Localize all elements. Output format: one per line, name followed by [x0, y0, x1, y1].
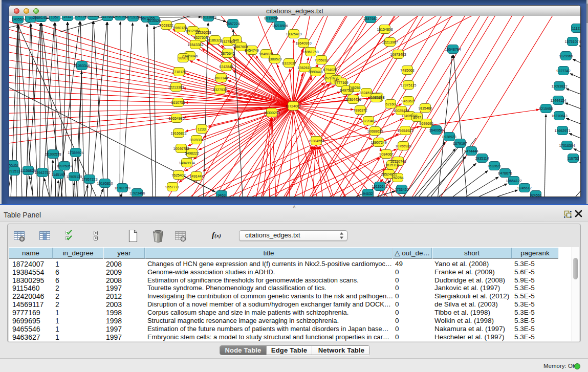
svg-text:9327532: 9327532	[213, 88, 227, 92]
svg-text:7632621: 7632621	[487, 164, 501, 168]
svg-text:1057: 1057	[51, 16, 59, 19]
svg-text:12975115: 12975115	[401, 83, 417, 87]
svg-text:9129966: 9129966	[559, 54, 573, 58]
svg-text:16782759: 16782759	[114, 186, 130, 190]
svg-text:9474444: 9474444	[464, 149, 478, 153]
svg-text:8322037: 8322037	[282, 61, 296, 65]
svg-text:252254: 252254	[391, 176, 403, 180]
svg-text:8454749: 8454749	[245, 49, 258, 52]
svg-text:8813054: 8813054	[264, 16, 278, 20]
svg-text:9245612: 9245612	[517, 186, 531, 190]
svg-text:9227342: 9227342	[556, 69, 570, 73]
svg-text:8478676: 8478676	[498, 171, 512, 175]
svg-text:9084067: 9084067	[379, 152, 393, 156]
svg-text:12444154: 12444154	[550, 99, 566, 102]
svg-text:1615112: 1615112	[385, 163, 399, 167]
svg-text:7663822: 7663822	[159, 24, 173, 27]
svg-text:10807487: 10807487	[368, 96, 384, 100]
svg-text:9463: 9463	[217, 193, 226, 197]
svg-text:9242845: 9242845	[219, 65, 233, 69]
svg-text:15300293: 15300293	[264, 111, 279, 115]
svg-text:1145193: 1145193	[52, 173, 66, 177]
svg-text:16648784: 16648784	[445, 48, 461, 51]
svg-text:13226058: 13226058	[195, 31, 211, 34]
svg-text:1491447: 1491447	[189, 174, 203, 178]
svg-text:7485063: 7485063	[400, 69, 414, 72]
svg-text:8047: 8047	[413, 116, 421, 119]
svg-text:19166822: 19166822	[170, 132, 186, 135]
svg-text:7625402: 7625402	[171, 173, 185, 177]
svg-text:19218906: 19218906	[272, 24, 288, 28]
svg-text:1362615: 1362615	[297, 66, 311, 70]
svg-text:94632: 94632	[363, 192, 373, 195]
svg-text:1733426: 1733426	[395, 188, 408, 191]
svg-text:19654923: 19654923	[397, 129, 413, 133]
svg-text:12213967: 12213967	[382, 40, 398, 44]
svg-text:9327508: 9327508	[193, 36, 207, 39]
svg-text:20691406: 20691406	[33, 16, 49, 19]
svg-text:11156829: 11156829	[20, 169, 36, 172]
svg-text:21053346: 21053346	[74, 64, 90, 68]
svg-text:116753: 116753	[568, 157, 579, 160]
svg-text:10653267: 10653267	[85, 16, 101, 17]
svg-text:1388520: 1388520	[268, 57, 281, 61]
svg-text:15751074: 15751074	[564, 40, 580, 43]
svg-text:8215958: 8215958	[539, 107, 553, 111]
svg-text:10756928: 10756928	[395, 144, 411, 148]
svg-text:546: 546	[233, 38, 239, 42]
svg-text:9777169: 9777169	[334, 81, 348, 84]
svg-text:17957223: 17957223	[81, 178, 97, 181]
svg-text:2887682: 2887682	[363, 17, 377, 20]
svg-text:20200578: 20200578	[45, 152, 61, 156]
svg-text:7955812: 7955812	[314, 58, 328, 62]
svg-text:13692971: 13692971	[554, 129, 570, 133]
svg-text:5498222: 5498222	[185, 151, 199, 155]
svg-text:140557: 140557	[12, 17, 24, 21]
svg-text:10688639: 10688639	[367, 129, 383, 133]
svg-text:18724007: 18724007	[285, 104, 301, 108]
svg-text:12093822: 12093822	[551, 84, 567, 88]
svg-text:7515524: 7515524	[147, 19, 161, 23]
svg-text:13975857: 13975857	[56, 164, 72, 168]
svg-text:17016504: 17016504	[559, 144, 575, 147]
svg-text:1233: 1233	[198, 127, 206, 131]
svg-text:10973493: 10973493	[390, 53, 406, 56]
svg-text:12942757: 12942757	[34, 171, 50, 174]
svg-text:16120746: 16120746	[390, 160, 406, 163]
svg-text:8186323: 8186323	[208, 38, 222, 42]
svg-text:16136141: 16136141	[372, 185, 387, 188]
svg-text:7857224: 7857224	[226, 22, 239, 26]
svg-text:16210643: 16210643	[551, 114, 567, 118]
svg-text:9646821: 9646821	[259, 52, 273, 56]
svg-text:11123: 11123	[572, 27, 580, 30]
svg-text:8990448: 8990448	[309, 70, 322, 74]
svg-text:8938923: 8938923	[442, 135, 456, 139]
svg-text:9463627: 9463627	[401, 99, 415, 103]
svg-text:18720407: 18720407	[360, 119, 376, 123]
svg-text:391513: 391513	[9, 169, 20, 173]
svg-text:1610755: 1610755	[171, 101, 185, 104]
svg-text:2935114: 2935114	[475, 157, 489, 160]
svg-text:164914: 164914	[74, 16, 86, 18]
svg-text:1640954: 1640954	[429, 128, 443, 132]
svg-text:13325419: 13325419	[286, 32, 301, 36]
svg-text:16961758: 16961758	[302, 50, 318, 54]
svg-text:16033809: 16033809	[200, 16, 216, 19]
svg-text:17359924: 17359924	[68, 151, 83, 155]
svg-text:10195810: 10195810	[97, 182, 113, 185]
svg-text:2867608: 2867608	[234, 45, 248, 49]
svg-text:14049934: 14049934	[179, 161, 194, 165]
svg-text:20364436: 20364436	[345, 98, 361, 101]
svg-text:746266: 746266	[349, 86, 360, 90]
svg-text:10046788: 10046788	[173, 147, 189, 150]
svg-text:3875645: 3875645	[221, 52, 234, 55]
svg-text:7886372: 7886372	[353, 108, 367, 112]
svg-text:12505135: 12505135	[66, 175, 82, 179]
svg-text:16543382: 16543382	[187, 43, 203, 47]
svg-text:19654985: 19654985	[168, 117, 184, 120]
svg-text:62160: 62160	[385, 102, 396, 106]
svg-text:98901: 98901	[178, 56, 188, 60]
svg-text:19384554: 19384554	[308, 139, 324, 143]
svg-text:7603144: 7603144	[214, 76, 228, 80]
svg-text:155061: 155061	[9, 163, 19, 167]
